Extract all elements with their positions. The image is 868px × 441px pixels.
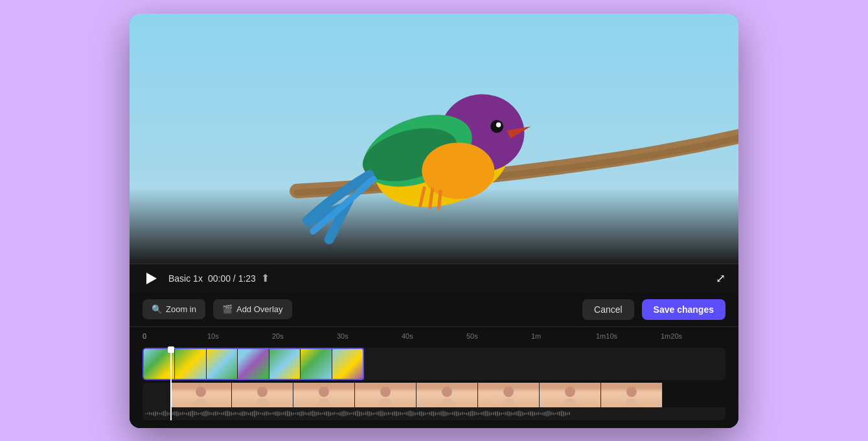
ruler-mark-1m10s: 1m10s: [596, 332, 661, 340]
upload-icon[interactable]: ⬆: [261, 272, 269, 284]
face-thumb-8: [601, 383, 663, 407]
ruler-mark-40s: 40s: [402, 332, 466, 340]
face-thumb-4: [355, 383, 417, 407]
audio-track: [143, 383, 725, 420]
zoom-in-label: Zoom in: [166, 304, 196, 314]
video-info: Basic 1x 00:00 / 1:23 ⬆: [168, 272, 269, 284]
ruler-mark-1m: 1m: [531, 332, 596, 340]
face-thumb-6: [478, 383, 540, 407]
add-overlay-label: Add Overlay: [236, 304, 283, 314]
time-display: 00:00 / 1:23: [208, 273, 256, 284]
video-track[interactable]: [143, 348, 725, 380]
play-icon: [146, 273, 157, 284]
ruler-mark-20s: 20s: [272, 332, 337, 340]
face-thumb-1: [170, 383, 232, 407]
toolbar: 🔍 Zoom in 🎬 Add Overlay Cancel Save chan…: [130, 293, 738, 327]
ruler-mark-50s: 50s: [466, 332, 531, 340]
overlay-icon: 🎬: [222, 304, 233, 314]
bird-scene: [130, 14, 738, 264]
playhead[interactable]: [170, 348, 172, 420]
video-track-inner: [143, 348, 364, 380]
play-button[interactable]: [143, 269, 161, 288]
svg-point-9: [496, 122, 501, 127]
ruler-mark-30s: 30s: [337, 332, 402, 340]
timeline-area: 0 10s 20s 30s 40s 50s 1m 1m10s 1m20s: [130, 327, 738, 428]
video-preview: [130, 14, 738, 264]
video-controls-bar: Basic 1x 00:00 / 1:23 ⬆ ⤢: [130, 264, 738, 293]
audio-track-thumbnails: [143, 383, 725, 407]
face-thumb-5: [417, 383, 478, 407]
timeline-tracks: [143, 348, 725, 420]
ruler-mark-1m20s: 1m20s: [661, 332, 725, 340]
ruler-mark-0: 0: [143, 332, 207, 340]
face-thumb-2: [232, 383, 293, 407]
face-thumb-3: [293, 383, 355, 407]
speed-label: Basic 1x: [168, 273, 203, 284]
ruler-mark-10s: 10s: [207, 332, 272, 340]
ruler-marks: 0 10s 20s 30s 40s 50s 1m 1m10s 1m20s: [143, 332, 725, 340]
waveform-bar: [143, 407, 725, 420]
fullscreen-button[interactable]: ⤢: [716, 271, 725, 286]
add-overlay-button[interactable]: 🎬 Add Overlay: [213, 299, 292, 319]
face-thumb-7: [540, 383, 601, 407]
timeline-ruler: 0 10s 20s 30s 40s 50s 1m 1m10s 1m20s: [143, 327, 725, 345]
save-changes-button[interactable]: Save changes: [642, 299, 725, 320]
zoom-in-button[interactable]: 🔍 Zoom in: [143, 299, 205, 319]
cancel-button[interactable]: Cancel: [582, 299, 634, 320]
zoom-icon: 🔍: [152, 304, 162, 314]
app-container: Basic 1x 00:00 / 1:23 ⬆ ⤢ 🔍 Zoom in 🎬 Ad…: [130, 14, 738, 428]
